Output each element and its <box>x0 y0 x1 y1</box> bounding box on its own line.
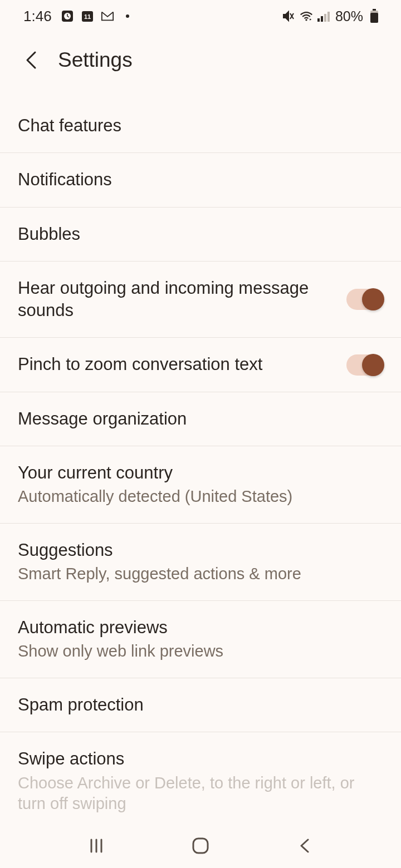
signal-icon <box>317 9 331 23</box>
home-icon <box>191 836 210 855</box>
clock-app-icon <box>61 9 74 23</box>
navigation-bar <box>0 823 401 868</box>
setting-title: Spam protection <box>18 694 372 716</box>
page-title: Settings <box>58 48 133 72</box>
setting-subtitle: Automatically detected (United States) <box>18 486 372 507</box>
svg-point-4 <box>126 14 129 18</box>
home-button[interactable] <box>189 835 212 857</box>
setting-notifications[interactable]: Notifications <box>0 153 401 207</box>
setting-text: Suggestions Smart Reply, suggested actio… <box>18 539 383 585</box>
svg-rect-8 <box>324 14 326 22</box>
settings-list: Chat features Notifications Bubbles Hear… <box>0 88 401 830</box>
setting-swipe-actions[interactable]: Swipe actions Choose Archive or Delete, … <box>0 732 401 830</box>
back-button[interactable] <box>18 47 45 73</box>
svg-rect-7 <box>321 16 323 22</box>
svg-rect-12 <box>370 13 378 23</box>
setting-text: Pinch to zoom conversation text <box>18 353 346 376</box>
setting-chat-features[interactable]: Chat features <box>0 99 401 153</box>
setting-title: Automatic previews <box>18 617 372 639</box>
toggle-knob <box>362 288 384 310</box>
svg-rect-6 <box>317 18 320 22</box>
status-bar: 1:46 11 80% <box>0 0 401 32</box>
wifi-icon <box>300 9 313 23</box>
svg-rect-16 <box>193 839 208 853</box>
setting-subtitle: Show only web link previews <box>18 641 372 662</box>
setting-title: Your current country <box>18 462 372 484</box>
setting-title: Notifications <box>18 169 372 191</box>
battery-icon <box>368 9 381 23</box>
status-right: 80% <box>282 8 381 24</box>
setting-bubbles[interactable]: Bubbles <box>0 208 401 262</box>
svg-rect-10 <box>373 9 376 11</box>
setting-title: Chat features <box>18 115 372 137</box>
setting-text: Swipe actions Choose Archive or Delete, … <box>18 748 383 815</box>
setting-title: Suggestions <box>18 539 372 561</box>
setting-automatic-previews[interactable]: Automatic previews Show only web link pr… <box>0 601 401 678</box>
chevron-left-icon <box>24 49 38 71</box>
svg-text:11: 11 <box>84 13 90 20</box>
setting-title: Swipe actions <box>18 748 372 770</box>
notification-dot-icon <box>121 9 134 23</box>
chevron-left-icon <box>298 836 311 855</box>
setting-text: Chat features <box>18 115 383 137</box>
status-left: 1:46 11 <box>23 8 134 25</box>
setting-title: Hear outgoing and incoming message sound… <box>18 277 335 322</box>
setting-current-country[interactable]: Your current country Automatically detec… <box>0 446 401 524</box>
toggle-message-sounds[interactable] <box>346 289 383 310</box>
svg-point-5 <box>305 19 307 21</box>
setting-text: Bubbles <box>18 223 383 245</box>
setting-message-organization[interactable]: Message organization <box>0 392 401 446</box>
svg-rect-9 <box>327 12 330 22</box>
mute-icon <box>282 9 295 23</box>
status-time: 1:46 <box>23 8 52 25</box>
setting-pinch-zoom[interactable]: Pinch to zoom conversation text <box>0 338 401 392</box>
setting-subtitle: Smart Reply, suggested actions & more <box>18 564 372 585</box>
back-nav-button[interactable] <box>294 835 316 857</box>
setting-text: Notifications <box>18 169 383 191</box>
setting-subtitle: Choose Archive or Delete, to the right o… <box>18 773 372 815</box>
setting-text: Your current country Automatically detec… <box>18 462 383 507</box>
recents-button[interactable] <box>85 835 107 857</box>
setting-title: Bubbles <box>18 223 372 245</box>
setting-title: Pinch to zoom conversation text <box>18 353 335 376</box>
battery-percentage: 80% <box>335 8 363 24</box>
recents-icon <box>88 837 105 854</box>
header: Settings <box>0 32 401 88</box>
setting-text: Hear outgoing and incoming message sound… <box>18 277 346 322</box>
gmail-icon <box>101 9 114 23</box>
toggle-knob <box>362 354 384 376</box>
setting-title: Message organization <box>18 408 372 430</box>
setting-text: Spam protection <box>18 694 383 716</box>
setting-message-sounds[interactable]: Hear outgoing and incoming message sound… <box>0 262 401 338</box>
toggle-pinch-zoom[interactable] <box>346 354 383 376</box>
setting-text: Message organization <box>18 408 383 430</box>
setting-spam-protection[interactable]: Spam protection <box>0 678 401 732</box>
setting-suggestions[interactable]: Suggestions Smart Reply, suggested actio… <box>0 524 401 601</box>
calendar-app-icon: 11 <box>81 9 94 23</box>
setting-text: Automatic previews Show only web link pr… <box>18 617 383 662</box>
